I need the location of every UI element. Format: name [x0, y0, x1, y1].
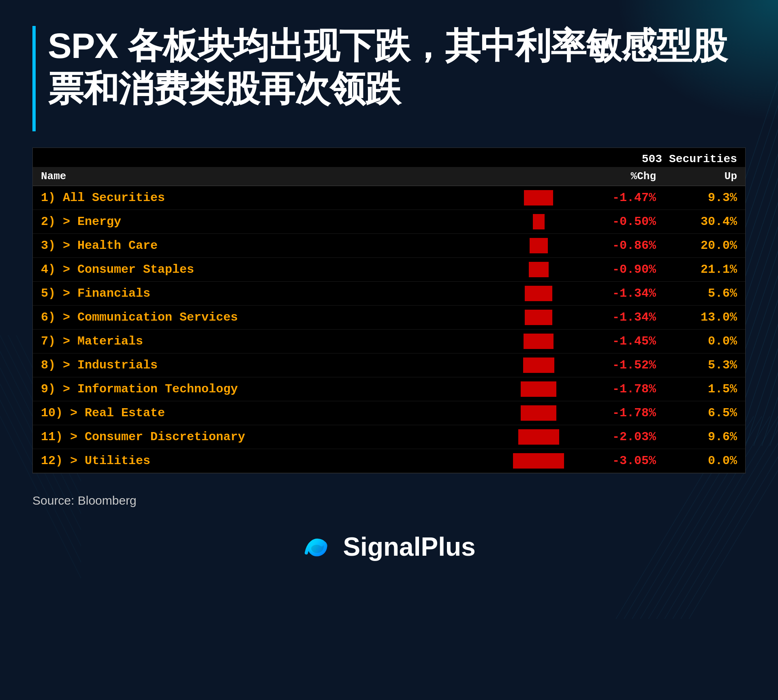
signalplus-logo-icon: [302, 535, 335, 559]
row-pct-7: -1.52%: [575, 358, 656, 372]
table-row: 9) > Information Technology -1.78% 1.5%: [33, 377, 745, 401]
col-header-pct: %Chg: [575, 170, 656, 182]
row-bar-6: [524, 334, 554, 349]
row-pct-11: -3.05%: [575, 454, 656, 468]
row-name-9: 10) > Real Estate: [41, 406, 502, 420]
row-up-3: 21.1%: [656, 263, 737, 276]
table-securities-count: 503 Securities: [33, 148, 745, 167]
row-pct-10: -2.03%: [575, 430, 656, 444]
logo-brand-name: SignalPlus: [343, 532, 475, 562]
row-name-3: 4) > Consumer Staples: [41, 263, 502, 276]
row-bar-1: [533, 214, 545, 229]
row-bar-5: [525, 310, 552, 325]
row-bar-cell-4: [502, 286, 575, 301]
row-up-1: 30.4%: [656, 215, 737, 229]
table-row: 4) > Consumer Staples -0.90% 21.1%: [33, 258, 745, 282]
row-name-10: 11) > Consumer Discretionary: [41, 430, 502, 444]
table-rows-container: 1) All Securities -1.47% 9.3% 2) > Energ…: [33, 186, 745, 473]
row-bar-3: [529, 262, 549, 277]
row-bar-cell-7: [502, 357, 575, 373]
row-pct-4: -1.34%: [575, 287, 656, 300]
row-bar-7: [523, 357, 554, 373]
row-bar-4: [525, 286, 552, 301]
row-bar-cell-11: [502, 453, 575, 469]
row-up-8: 1.5%: [656, 382, 737, 396]
table-row: 10) > Real Estate -1.78% 6.5%: [33, 401, 745, 425]
table-row: 1) All Securities -1.47% 9.3%: [33, 186, 745, 210]
logo-section: SignalPlus: [32, 532, 746, 562]
row-up-7: 5.3%: [656, 358, 737, 372]
col-header-bar: [502, 170, 575, 182]
row-name-2: 3) > Health Care: [41, 239, 502, 253]
table-column-headers: Name %Chg Up: [33, 167, 745, 186]
row-up-2: 20.0%: [656, 239, 737, 253]
table-row: 5) > Financials -1.34% 5.6%: [33, 282, 745, 306]
col-header-up: Up: [656, 170, 737, 182]
row-pct-1: -0.50%: [575, 215, 656, 229]
row-up-11: 0.0%: [656, 454, 737, 468]
row-name-5: 6) > Communication Services: [41, 310, 502, 324]
table-row: 8) > Industrials -1.52% 5.3%: [33, 353, 745, 377]
row-bar-cell-0: [502, 190, 575, 206]
row-bar-cell-8: [502, 381, 575, 397]
row-bar-11: [513, 453, 564, 469]
row-bar-9: [521, 405, 556, 421]
row-pct-3: -0.90%: [575, 263, 656, 276]
row-name-1: 2) > Energy: [41, 215, 502, 229]
row-bar-cell-9: [502, 405, 575, 421]
row-up-4: 5.6%: [656, 287, 737, 300]
row-bar-cell-5: [502, 310, 575, 325]
row-pct-0: -1.47%: [575, 191, 656, 205]
row-name-4: 5) > Financials: [41, 287, 502, 300]
source-attribution: Source: Bloomberg: [32, 494, 746, 507]
row-name-11: 12) > Utilities: [41, 454, 502, 468]
row-up-5: 13.0%: [656, 310, 737, 324]
col-header-name: Name: [41, 170, 502, 182]
row-up-6: 0.0%: [656, 334, 737, 348]
row-bar-0: [524, 190, 553, 206]
main-content: SPX 各板块均出现下跌，其中利率敏感型股票和消费类股再次领跌 503 Secu…: [0, 0, 778, 586]
title-section: SPX 各板块均出现下跌，其中利率敏感型股票和消费类股再次领跌: [32, 24, 746, 131]
row-pct-2: -0.86%: [575, 239, 656, 253]
table-row: 6) > Communication Services -1.34% 13.0%: [33, 306, 745, 330]
main-title: SPX 各板块均出现下跌，其中利率敏感型股票和消费类股再次领跌: [48, 24, 746, 110]
row-bar-cell-1: [502, 214, 575, 229]
row-name-8: 9) > Information Technology: [41, 382, 502, 396]
row-bar-cell-10: [502, 429, 575, 445]
table-row: 2) > Energy -0.50% 30.4%: [33, 210, 745, 234]
row-bar-cell-6: [502, 334, 575, 349]
row-pct-9: -1.78%: [575, 406, 656, 420]
row-pct-8: -1.78%: [575, 382, 656, 396]
row-up-0: 9.3%: [656, 191, 737, 205]
row-name-6: 7) > Materials: [41, 334, 502, 348]
row-bar-8: [521, 381, 556, 397]
row-up-9: 6.5%: [656, 406, 737, 420]
data-table: 503 Securities Name %Chg Up 1) All Secur…: [32, 148, 746, 473]
row-name-0: 1) All Securities: [41, 191, 502, 205]
row-bar-cell-2: [502, 238, 575, 253]
row-bar-10: [518, 429, 559, 445]
row-bar-2: [530, 238, 548, 253]
row-pct-6: -1.45%: [575, 334, 656, 348]
row-up-10: 9.6%: [656, 430, 737, 444]
table-row: 11) > Consumer Discretionary -2.03% 9.6%: [33, 425, 745, 449]
row-bar-cell-3: [502, 262, 575, 277]
table-row: 12) > Utilities -3.05% 0.0%: [33, 449, 745, 473]
title-bar-accent: [32, 26, 36, 131]
row-name-7: 8) > Industrials: [41, 358, 502, 372]
row-pct-5: -1.34%: [575, 310, 656, 324]
table-row: 3) > Health Care -0.86% 20.0%: [33, 234, 745, 258]
table-row: 7) > Materials -1.45% 0.0%: [33, 330, 745, 353]
